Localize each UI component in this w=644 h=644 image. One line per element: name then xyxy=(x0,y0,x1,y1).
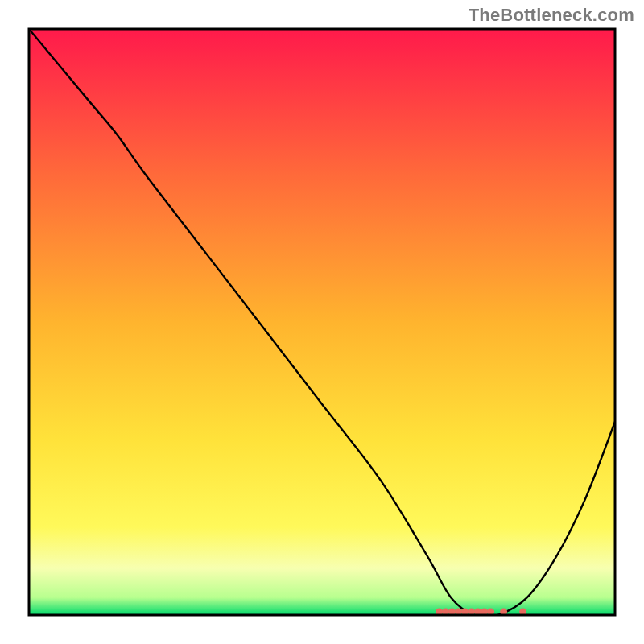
chart-container: TheBottleneck.com xyxy=(0,0,644,644)
gradient-background xyxy=(29,29,615,615)
bottleneck-chart xyxy=(0,0,644,644)
